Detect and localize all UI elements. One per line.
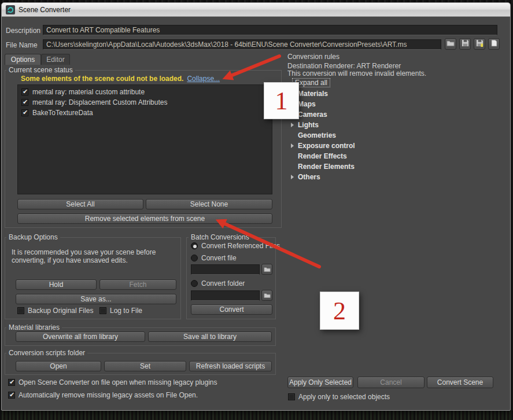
- convert-folder-radio-row[interactable]: Convert folder: [191, 279, 245, 288]
- browse-file-button[interactable]: [261, 264, 272, 275]
- screen: Scene Converter Description Convert to A…: [0, 0, 513, 420]
- chevron-right-icon[interactable]: [291, 123, 294, 127]
- file-name-field[interactable]: C:\Users\skelington\AppData\Local\Autode…: [43, 39, 441, 50]
- remove-selected-button[interactable]: Remove selected elements from scene: [17, 213, 272, 224]
- apply-only-selected-button[interactable]: Apply Only Selected: [287, 377, 353, 388]
- save-as-preset-button[interactable]: [474, 38, 485, 50]
- backup-original-label: Backup Original Files: [28, 307, 93, 315]
- auto-remove-label: Automatically remove missing legacy asse…: [19, 391, 198, 399]
- list-item-label: BakeToTextureData: [32, 109, 93, 117]
- tab-editor[interactable]: Editor: [41, 54, 70, 65]
- hold-button[interactable]: Hold: [16, 279, 97, 290]
- list-item[interactable]: mental ray: material custom attribute: [21, 87, 145, 97]
- list-item-label: mental ray: material custom attribute: [32, 88, 145, 96]
- checkbox[interactable]: [21, 109, 28, 116]
- material-libraries-group-label: Material libraries: [6, 323, 62, 331]
- open-preset-button[interactable]: [445, 38, 456, 50]
- folder-icon: [264, 292, 271, 300]
- save-as-icon: [476, 39, 484, 49]
- radio-button[interactable]: [191, 280, 198, 287]
- file-name-label: File Name: [6, 41, 38, 49]
- checkbox[interactable]: [8, 379, 15, 386]
- scripts-set-button[interactable]: Set: [104, 361, 186, 371]
- browse-folder-button[interactable]: [261, 290, 272, 301]
- overwrite-library-button[interactable]: Overwrite all from library: [16, 331, 145, 342]
- annotation-badge-2: 2: [320, 292, 359, 330]
- auto-remove-checkbox-row[interactable]: Automatically remove missing legacy asse…: [8, 391, 198, 399]
- apply-to-selected-checkbox-row[interactable]: Apply only to selected objects: [288, 393, 390, 401]
- scripts-refresh-button[interactable]: Refresh loaded scripts: [189, 361, 272, 371]
- checkbox[interactable]: [21, 89, 28, 95]
- convert-scene-button[interactable]: Convert Scene: [427, 377, 493, 388]
- convert-referenced-label: Convert Referenced Files: [201, 242, 280, 250]
- convert-file-label: Convert file: [201, 254, 237, 262]
- checkbox[interactable]: [99, 307, 106, 314]
- conversion-scripts-group-label: Conversion scripts folder: [6, 349, 87, 357]
- collapse-link[interactable]: Collapse...: [187, 75, 220, 83]
- tree-item-exposure-control[interactable]: Exposure control: [291, 141, 355, 150]
- convert-file-input[interactable]: [191, 264, 260, 275]
- apply-to-selected-label: Apply only to selected objects: [298, 393, 390, 401]
- batch-conversions-group-label: Batch Conversions: [189, 233, 252, 241]
- fetch-button[interactable]: Fetch: [99, 279, 176, 290]
- checkbox[interactable]: [8, 392, 15, 399]
- list-item[interactable]: BakeToTextureData: [21, 108, 93, 117]
- new-preset-button[interactable]: [488, 38, 500, 50]
- convert-file-radio-row[interactable]: Convert file: [191, 254, 237, 262]
- chevron-right-icon[interactable]: [291, 143, 294, 148]
- save-as-button[interactable]: Save as...: [16, 294, 176, 304]
- radio-button[interactable]: [191, 255, 198, 261]
- list-item-label: mental ray: Displacement Custom Attribut…: [32, 98, 167, 106]
- radio-button[interactable]: [191, 242, 198, 249]
- annotation-badge-1: 1: [264, 82, 299, 119]
- scene-warning-text: Some elements of the scene could not be …: [21, 75, 183, 83]
- checkbox[interactable]: [21, 99, 28, 106]
- convert-button[interactable]: Convert: [191, 304, 272, 315]
- destination-renderer-text: Destination Renderer: ART Renderer: [287, 62, 401, 70]
- tree-item-render-elements[interactable]: Render Elements: [291, 162, 355, 171]
- description-field[interactable]: Convert to ART Compatible Features: [43, 25, 497, 35]
- backup-options-group-label: Backup Options: [6, 233, 60, 241]
- log-to-file-checkbox-row[interactable]: Log to File: [99, 307, 142, 315]
- save-library-button[interactable]: Save all to library: [148, 331, 272, 342]
- open-folder-icon: [446, 40, 455, 48]
- new-file-icon: [491, 39, 497, 49]
- conversion-rules-title: Conversion rules: [287, 53, 339, 61]
- checkbox[interactable]: [17, 307, 24, 314]
- description-label: Description: [6, 27, 40, 35]
- cancel-button[interactable]: Cancel: [357, 377, 425, 388]
- open-on-missing-label: Open Scene Converter on file open when m…: [19, 378, 217, 386]
- folder-icon: [264, 266, 271, 274]
- tree-item-render-effects[interactable]: Render Effects: [291, 152, 347, 161]
- tree-item-geometries[interactable]: Geometries: [291, 131, 336, 140]
- backup-original-checkbox-row[interactable]: Backup Original Files: [17, 307, 93, 315]
- select-all-button[interactable]: Select All: [17, 199, 143, 209]
- convert-folder-label: Convert folder: [201, 279, 245, 288]
- tree-item-others[interactable]: Others: [291, 172, 320, 182]
- backup-note-line1: It is recommended you save your scene be…: [12, 248, 156, 256]
- save-preset-button[interactable]: [459, 38, 471, 50]
- save-icon: [462, 39, 469, 49]
- backup-note-line2: converting, if you have unsaved edits.: [12, 256, 128, 264]
- tab-options[interactable]: Options: [5, 54, 41, 65]
- conversion-note-text: This conversion will remove invalid elem…: [287, 69, 426, 78]
- open-on-missing-checkbox-row[interactable]: Open Scene Converter on file open when m…: [8, 378, 217, 386]
- convert-referenced-radio-row[interactable]: Convert Referenced Files: [191, 242, 280, 250]
- log-to-file-label: Log to File: [110, 307, 142, 315]
- checkbox[interactable]: [288, 393, 295, 400]
- chevron-right-icon[interactable]: [291, 175, 294, 179]
- list-item[interactable]: mental ray: Displacement Custom Attribut…: [21, 98, 167, 107]
- invalid-elements-list[interactable]: mental ray: material custom attribute me…: [17, 84, 272, 194]
- tree-item-lights[interactable]: Lights: [291, 120, 319, 130]
- select-none-button[interactable]: Select None: [146, 199, 272, 209]
- convert-folder-input[interactable]: [191, 290, 260, 301]
- scene-status-group-label: Current scene status: [6, 66, 75, 74]
- scripts-open-button[interactable]: Open: [16, 361, 101, 371]
